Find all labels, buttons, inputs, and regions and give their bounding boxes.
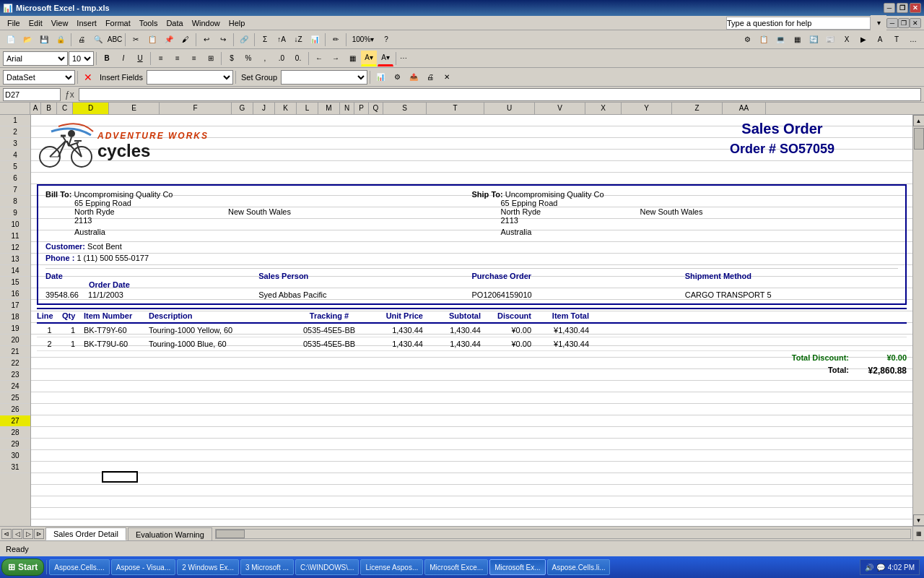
comma-format[interactable]: , <box>257 51 273 66</box>
print-button[interactable]: 🖨 <box>74 32 90 48</box>
row-num-7[interactable]: 7 <box>0 184 30 196</box>
sort-desc-button[interactable]: ↓Z <box>290 32 306 48</box>
taskbar-item-5[interactable]: License Aspos... <box>360 559 423 575</box>
taskbar-item-8[interactable]: Aspose.Cells.li... <box>547 559 611 575</box>
zoom-dropdown[interactable]: 100%▾ <box>349 32 378 48</box>
row-num-29[interactable]: 29 <box>0 439 30 450</box>
inner-close[interactable]: ✕ <box>910 18 921 28</box>
col-header-f[interactable]: F <box>160 103 232 114</box>
menu-insert[interactable]: Insert <box>72 18 101 28</box>
help-btn[interactable]: ? <box>378 32 394 48</box>
italic-button[interactable]: I <box>116 51 131 66</box>
row-num-28[interactable]: 28 <box>0 427 30 439</box>
menu-tools[interactable]: Tools <box>135 18 162 28</box>
row-num-4[interactable]: 4 <box>0 150 30 161</box>
inner-minimize[interactable]: ─ <box>886 18 898 28</box>
paste-button[interactable]: 📌 <box>161 32 177 48</box>
menu-file[interactable]: File <box>3 18 25 28</box>
selected-cell-d27[interactable] <box>102 471 138 483</box>
report-settings-btn[interactable]: ⚙ <box>389 69 405 85</box>
macro-icon[interactable]: ▶ <box>855 32 871 48</box>
row-num-25[interactable]: 25 <box>0 392 30 404</box>
col-header-aa[interactable]: AA <box>723 103 766 114</box>
col-header-l[interactable]: L <box>297 103 318 114</box>
font-color[interactable]: A▾ <box>378 51 393 66</box>
row-num-16[interactable]: 16 <box>0 288 30 300</box>
taskbar-item-7[interactable]: Microsoft Ex... <box>489 559 545 575</box>
start-button[interactable]: ⊞ Start <box>1 558 44 576</box>
col-header-p[interactable]: P <box>354 103 369 114</box>
set-group-select[interactable] <box>281 70 367 85</box>
align-left[interactable]: ≡ <box>153 51 169 66</box>
save-button[interactable]: 💾 <box>36 32 52 48</box>
close-report-btn[interactable]: ✕ <box>439 69 455 85</box>
restore-button[interactable]: ❐ <box>897 3 908 13</box>
row-num-27[interactable]: 27 <box>0 415 30 427</box>
row-num-10[interactable]: 10 <box>0 219 30 230</box>
menu-window[interactable]: Window <box>188 18 225 28</box>
menu-edit[interactable]: Edit <box>25 18 47 28</box>
cross-btn[interactable]: ✕ <box>80 69 96 85</box>
col-header-x[interactable]: X <box>585 103 622 114</box>
col-header-c[interactable]: C <box>57 103 73 114</box>
cut-button[interactable]: ✂ <box>128 32 144 48</box>
print-report-btn[interactable]: 🖨 <box>422 69 438 85</box>
vertical-scrollbar[interactable]: ▲ ▼ <box>912 115 924 526</box>
row-num-15[interactable]: 15 <box>0 277 30 288</box>
col-header-t[interactable]: T <box>427 103 484 114</box>
toggle-grid[interactable]: ▦ <box>789 32 805 48</box>
increase-indent[interactable]: → <box>328 51 344 66</box>
tab-nav-last[interactable]: ⊳ <box>34 529 44 539</box>
h-scroll-track[interactable] <box>215 529 911 539</box>
col-header-b[interactable]: B <box>41 103 57 114</box>
textbox-icon[interactable]: T <box>889 32 905 48</box>
open-button[interactable]: 📂 <box>19 32 35 48</box>
underline-button[interactable]: U <box>132 51 148 66</box>
row-num-24[interactable]: 24 <box>0 381 30 392</box>
view-code[interactable]: 💻 <box>772 32 788 48</box>
percent-format[interactable]: % <box>240 51 256 66</box>
row-num-31[interactable]: 31 <box>0 462 30 473</box>
col-header-n[interactable]: N <box>340 103 354 114</box>
help-dropdown[interactable]: ▾ <box>871 15 886 31</box>
col-header-q[interactable]: Q <box>369 103 383 114</box>
print-preview-button[interactable]: 🔍 <box>90 32 106 48</box>
tab-sales-order-detail[interactable]: Sales Order Detail <box>45 527 126 540</box>
tab-evaluation-warning[interactable]: Evaluation Warning <box>128 527 212 540</box>
increase-decimal[interactable]: .0 <box>274 51 289 66</box>
refresh-btn[interactable]: 🔄 <box>806 32 821 48</box>
scroll-thumb[interactable] <box>914 128 924 150</box>
align-center[interactable]: ≡ <box>170 51 186 66</box>
font-name-select[interactable]: Arial <box>3 51 68 66</box>
tab-nav-next[interactable]: ▷ <box>23 529 33 539</box>
merge-center[interactable]: ⊞ <box>203 51 219 66</box>
row-num-26[interactable]: 26 <box>0 404 30 415</box>
help-search[interactable] <box>726 17 871 30</box>
row-num-17[interactable]: 17 <box>0 300 30 311</box>
taskbar-item-6[interactable]: Microsoft Exce... <box>424 559 488 575</box>
redo-button[interactable]: ↪ <box>215 32 231 48</box>
row-num-6[interactable]: 6 <box>0 173 30 184</box>
col-header-k[interactable]: K <box>275 103 297 114</box>
col-header-v[interactable]: V <box>535 103 585 114</box>
row-num-20[interactable]: 20 <box>0 335 30 346</box>
close-button[interactable]: ✕ <box>910 3 921 13</box>
taskbar-item-1[interactable]: Aspose - Visua... <box>111 559 175 575</box>
menu-format[interactable]: Format <box>101 18 135 28</box>
export-btn[interactable]: 📤 <box>406 69 422 85</box>
taskbar-item-2[interactable]: 2 Windows Ex... <box>177 559 239 575</box>
scroll-down-button[interactable]: ▼ <box>913 514 925 526</box>
col-header-a[interactable]: A <box>30 103 41 114</box>
drawing-button[interactable]: ✏ <box>328 32 344 48</box>
copy-button[interactable]: 📋 <box>144 32 160 48</box>
permission-button[interactable]: 🔒 <box>53 32 69 48</box>
report-icon[interactable]: 📰 <box>822 32 838 48</box>
insert-hyperlink[interactable]: 🔗 <box>236 32 252 48</box>
row-num-1[interactable]: 1 <box>0 115 30 126</box>
col-header-g[interactable]: G <box>232 103 253 114</box>
col-header-e[interactable]: E <box>109 103 160 114</box>
more-icon[interactable]: … <box>905 32 921 48</box>
currency-format[interactable]: $ <box>224 51 240 66</box>
row-num-5[interactable]: 5 <box>0 161 30 173</box>
properties-btn[interactable]: 📋 <box>756 32 772 48</box>
